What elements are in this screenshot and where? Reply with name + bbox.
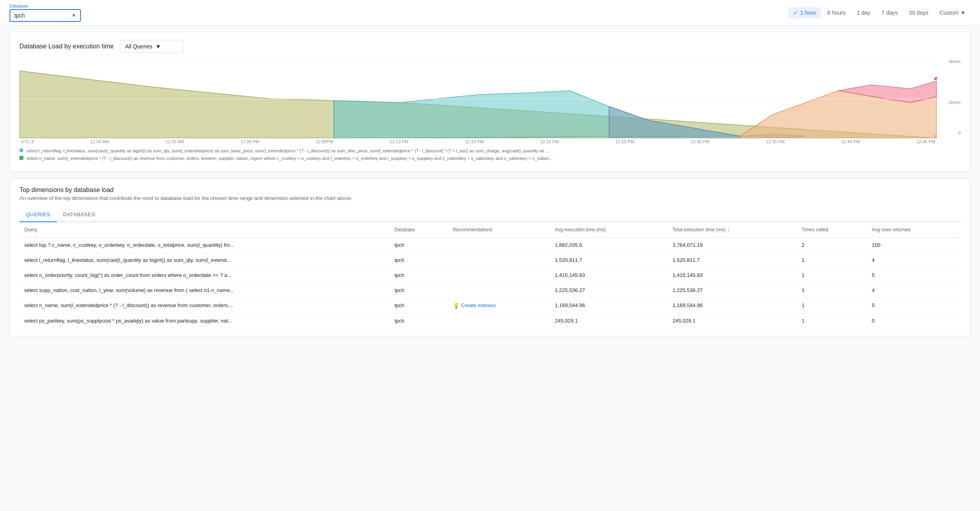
cell-recommendations — [448, 267, 550, 282]
cell-query: select ps_partkey, sum(ps_supplycost * p… — [19, 313, 390, 328]
table-row: select ps_partkey, sum(ps_supplycost * p… — [19, 313, 961, 328]
table-row: select o_orderpriority, count_big(*) as … — [19, 267, 961, 282]
cell-avg-rows: 5 — [867, 267, 961, 282]
database-selector-wrapper: Database tpch ▼ — [10, 4, 81, 22]
legend-square-2 — [19, 156, 23, 160]
col-database[interactable]: Database — [390, 222, 448, 238]
cell-query: select o_orderpriority, count_big(*) as … — [19, 267, 390, 282]
database-dropdown[interactable]: tpch ▼ — [10, 9, 81, 22]
cell-avg-rows: 4 — [867, 282, 961, 298]
cell-avg-exec: 1,520,811.7 — [550, 252, 668, 267]
time-btn-6hours[interactable]: 6 hours — [822, 7, 851, 18]
legend-item-1: select l_returnflag, l_linestatus, sum(c… — [19, 148, 961, 154]
col-avg-rows[interactable]: Avg rows returned — [867, 222, 961, 238]
svg-marker-5 — [934, 75, 937, 80]
all-queries-dropdown[interactable]: All Queries ▼ — [120, 40, 183, 53]
cell-total-exec: 1,169,544.96 — [668, 298, 797, 313]
cell-avg-rows: 5 — [867, 298, 961, 313]
cell-query: select n_name, sum(l_extendedprice * (? … — [19, 298, 390, 313]
legend-text-1: select l_returnflag, l_linestatus, sum(c… — [27, 148, 549, 154]
cell-avg-rows: 100 — [867, 237, 961, 252]
x-label: 12:45 PM — [917, 139, 935, 144]
y-label-top: 40min — [949, 59, 961, 64]
time-btn-1hour[interactable]: ✓ 1 hour — [788, 7, 821, 18]
table-row: select l_returnflag, l_linestatus, sum(c… — [19, 252, 961, 267]
cell-recommendations: 💡 Create indexes — [448, 298, 550, 313]
filter-value: All Queries — [125, 43, 152, 50]
chart-header: Database Load by execution time All Quer… — [19, 40, 961, 53]
legend-item-2: select n_name, sum(l_extendedprice * (? … — [19, 156, 961, 161]
cell-times-called: 1 — [797, 313, 867, 328]
cell-total-exec: 1,520,811.7 — [668, 252, 797, 267]
cell-query: select l_returnflag, l_linestatus, sum(c… — [19, 252, 390, 267]
cell-query: select top ? c_name, c_custkey, o_orderk… — [19, 237, 390, 252]
time-btn-custom[interactable]: Custom ▼ — [935, 7, 970, 18]
cell-times-called: 1 — [797, 282, 867, 298]
section-title: Top dimensions by database load — [19, 186, 961, 194]
chart-x-labels: UTC-8 11:50 AM 11:55 AM 12:00 PM 12:05PM… — [19, 139, 937, 144]
time-btn-30days[interactable]: 30 days — [904, 7, 933, 18]
cell-times-called: 1 — [797, 298, 867, 313]
create-indexes-link[interactable]: 💡 Create indexes — [453, 302, 546, 309]
cell-database: tpch — [390, 313, 448, 328]
cell-times-called: 1 — [797, 267, 867, 282]
time-btn-7days[interactable]: 7 days — [877, 7, 903, 18]
cell-recommendations — [448, 282, 550, 298]
sort-arrow-icon: ↓ — [727, 227, 729, 232]
x-label: 12:15 PM — [465, 139, 484, 144]
cell-database: tpch — [390, 267, 448, 282]
table-row: select n_name, sum(l_extendedprice * (? … — [19, 298, 961, 313]
cell-total-exec: 245,029.1 — [668, 313, 797, 328]
x-label: 12:20 PM — [540, 139, 559, 144]
cell-avg-exec: 1,882,035.6 — [550, 237, 668, 252]
tab-queries[interactable]: QUERIES — [19, 207, 57, 222]
legend-text-2: select n_name, sum(l_extendedprice * (? … — [27, 156, 553, 161]
top-bar: Database tpch ▼ ✓ 1 hour 6 hours 1 day 7… — [0, 0, 980, 25]
cell-avg-rows: 4 — [867, 252, 961, 267]
table-row: select top ? c_name, c_custkey, o_orderk… — [19, 237, 961, 252]
col-times-called[interactable]: Times called — [797, 222, 867, 238]
chart-card: Database Load by execution time All Quer… — [10, 32, 970, 172]
tabs: QUERIES DATABASES — [19, 207, 961, 222]
database-value: tpch — [14, 12, 68, 19]
legend-dot-1 — [19, 148, 23, 152]
y-label-zero: 0 — [958, 131, 961, 135]
col-total-exec[interactable]: Total execution time (ms) ↓ — [668, 222, 797, 238]
cell-recommendations — [448, 252, 550, 267]
cell-avg-rows: 0 — [867, 313, 961, 328]
x-label: UTC-8 — [21, 139, 34, 144]
col-recommendations[interactable]: Recommendations — [448, 222, 550, 238]
cell-total-exec: 1,415,145.83 — [668, 267, 797, 282]
table-row: select supp_nation, cust_nation, l_year,… — [19, 282, 961, 298]
db-label: Database — [10, 4, 81, 8]
cell-database: tpch — [390, 252, 448, 267]
cell-database: tpch — [390, 282, 448, 298]
cell-avg-exec: 1,169,544.96 — [550, 298, 668, 313]
cell-avg-exec: 1,225,536.27 — [550, 282, 668, 298]
cell-database: tpch — [390, 237, 448, 252]
cell-database: tpch — [390, 298, 448, 313]
x-label: 11:55 AM — [165, 139, 184, 144]
check-icon: ✓ — [793, 10, 798, 16]
chevron-down-icon: ▼ — [71, 13, 76, 18]
col-avg-exec[interactable]: Avg execution time (ms) — [550, 222, 668, 238]
col-query[interactable]: Query — [19, 222, 390, 238]
chart-legend: select l_returnflag, l_linestatus, sum(c… — [19, 148, 961, 162]
x-label: 11:50 AM — [90, 139, 109, 144]
tab-databases[interactable]: DATABASES — [57, 207, 102, 222]
bulb-icon: 💡 — [453, 302, 459, 309]
time-range-bar: ✓ 1 hour 6 hours 1 day 7 days 30 days Cu… — [788, 7, 970, 18]
cell-times-called: 1 — [797, 252, 867, 267]
x-label: 12:05PM — [316, 139, 333, 144]
time-btn-1day[interactable]: 1 day — [852, 7, 875, 18]
bottom-card: Top dimensions by database load An overv… — [10, 178, 970, 336]
chevron-down-icon: ▼ — [960, 10, 966, 16]
cell-recommendations — [448, 237, 550, 252]
cell-total-exec: 1,225,536.27 — [668, 282, 797, 298]
cell-avg-exec: 245,029.1 — [550, 313, 668, 328]
cell-times-called: 2 — [797, 237, 867, 252]
x-label: 12:30 PM — [691, 139, 709, 144]
x-label: 12:40 PM — [841, 139, 860, 144]
cell-total-exec: 3,764,071.19 — [668, 237, 797, 252]
x-label: 12:00 PM — [240, 139, 259, 144]
